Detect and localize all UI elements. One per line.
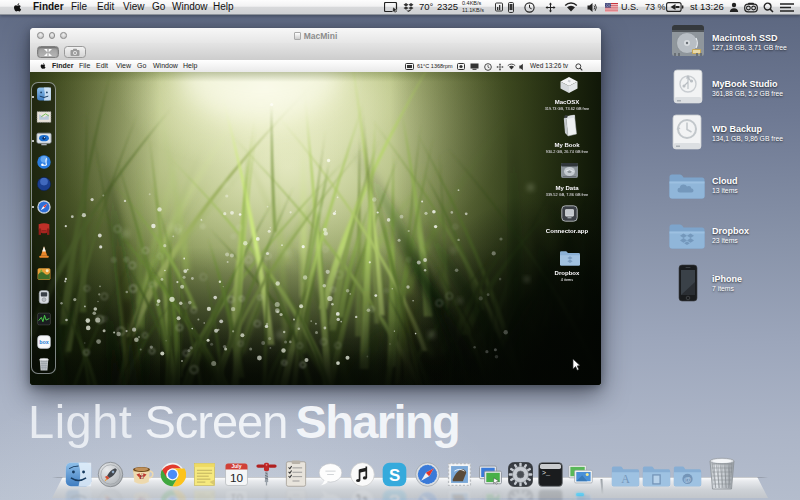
svg-text:É: É — [139, 473, 144, 480]
svg-text:A: A — [621, 472, 630, 486]
svg-text:S: S — [388, 466, 399, 485]
svg-text:July: July — [231, 463, 241, 469]
svg-text:box: box — [39, 339, 49, 345]
svg-text:S: S — [388, 491, 399, 500]
svg-text:É: É — [139, 496, 144, 500]
svg-text:@: @ — [684, 475, 692, 484]
svg-text:10: 10 — [229, 471, 243, 485]
svg-text:10: 10 — [229, 491, 243, 500]
svg-text:>_: >_ — [542, 469, 551, 477]
